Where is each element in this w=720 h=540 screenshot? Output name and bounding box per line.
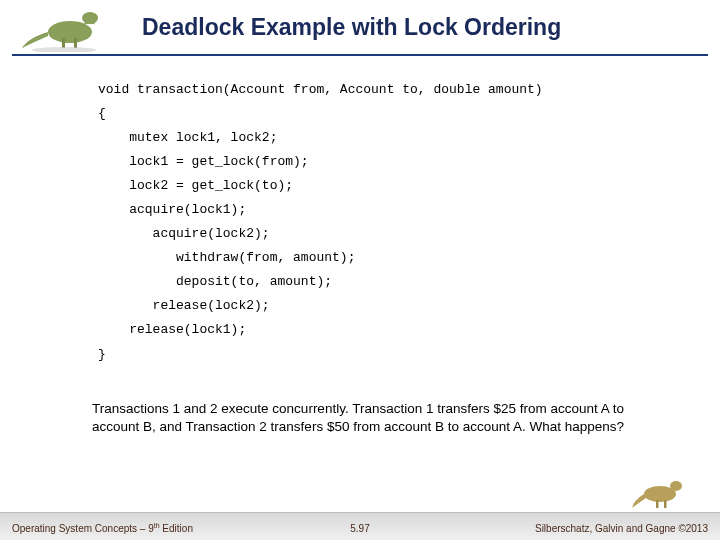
code-line: release(lock2); (98, 298, 270, 313)
svg-point-4 (32, 47, 96, 52)
code-line: release(lock1); (98, 322, 246, 337)
page-number: 5.97 (350, 523, 369, 534)
svg-point-0 (48, 21, 92, 43)
code-line: { (98, 106, 106, 121)
svg-rect-2 (62, 38, 65, 48)
code-line: acquire(lock1); (98, 202, 246, 217)
svg-rect-3 (74, 38, 77, 48)
code-line: mutex lock1, lock2; (98, 130, 277, 145)
code-line: acquire(lock2); (98, 226, 270, 241)
dinosaur-icon (18, 2, 110, 52)
code-line: withdraw(from, amount); (98, 250, 355, 265)
code-line: void transaction(Account from, Account t… (98, 82, 543, 97)
code-line: lock1 = get_lock(from); (98, 154, 309, 169)
svg-rect-8 (664, 500, 667, 508)
dinosaur-small-icon (632, 474, 692, 510)
footer-bar: Operating System Concepts – 9th Edition … (0, 512, 720, 540)
code-line: } (98, 347, 106, 362)
footer-left-text: Operating System Concepts – 9th Edition (12, 522, 193, 534)
code-line: deposit(to, amount); (98, 274, 332, 289)
svg-point-6 (670, 481, 682, 491)
svg-rect-7 (656, 500, 659, 508)
slide-title: Deadlock Example with Lock Ordering (142, 14, 561, 41)
footer-right-text: Silberschatz, Galvin and Gagne ©2013 (535, 523, 708, 534)
body-paragraph: Transactions 1 and 2 execute concurrentl… (92, 400, 642, 436)
code-block: void transaction(Account from, Account t… (98, 78, 543, 367)
code-line: lock2 = get_lock(to); (98, 178, 293, 193)
